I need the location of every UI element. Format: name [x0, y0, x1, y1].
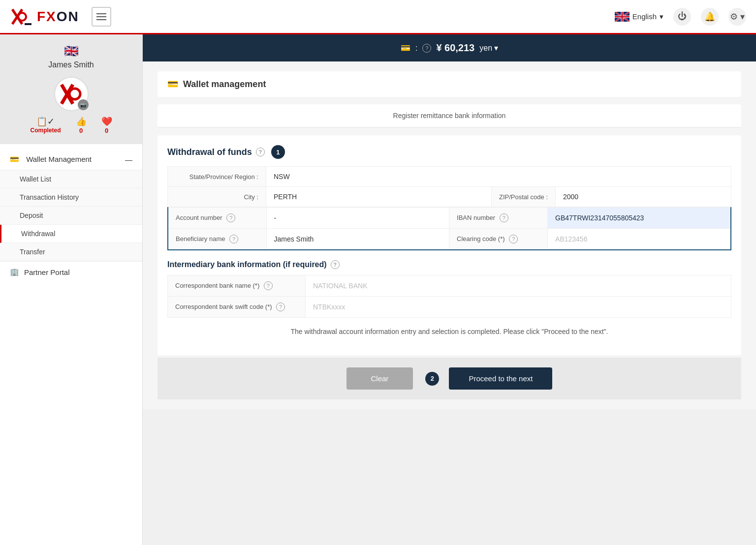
- camera-icon[interactable]: 📷: [78, 99, 89, 110]
- fxon-logo-icon: [10, 7, 32, 27]
- withdrawal-section: Withdrawal of funds ? 1 State/Province/ …: [158, 135, 741, 355]
- correspondent-bank-input[interactable]: [313, 282, 724, 290]
- withdrawal-help-icon[interactable]: ?: [256, 148, 265, 156]
- account-iban-row: Account number ? IBAN number ?: [168, 208, 731, 229]
- profile-stats: 📋✓ Completed 👍 0 ❤️ 0: [10, 116, 132, 134]
- city-input[interactable]: [274, 193, 484, 201]
- clearing-input[interactable]: [555, 235, 723, 243]
- sidebar-item-transaction-history[interactable]: Transaction History: [0, 188, 142, 207]
- sidebar-item-transfer[interactable]: Transfer: [0, 243, 142, 261]
- zip-label: ZIP/Postal code :: [492, 187, 556, 207]
- partner-portal-item[interactable]: 🏢 Partner Portal: [0, 261, 142, 282]
- clearing-value-cell: [548, 229, 731, 250]
- beneficiary-help-icon[interactable]: ?: [229, 235, 238, 243]
- intermediary-title: Intermediary bank information (if requir…: [167, 260, 731, 269]
- completed-icon: 📋✓: [30, 116, 61, 127]
- hamburger-line-1: [96, 13, 106, 14]
- intermediary-help-icon[interactable]: ?: [331, 260, 340, 269]
- hamburger-button[interactable]: [92, 7, 111, 27]
- zip-input[interactable]: [563, 193, 724, 201]
- balance-info: 💳 : ? ¥ 60,213 yen ▾: [401, 42, 498, 54]
- page-title-bar: 💳 Wallet management: [158, 71, 741, 97]
- profile-name: James Smith: [10, 61, 132, 69]
- wallet-management-header[interactable]: 💳 Wallet Management —: [0, 149, 142, 170]
- wallet-title-icon: 💳: [167, 79, 178, 90]
- iban-input[interactable]: [555, 214, 723, 222]
- correspondent-bank-help-icon[interactable]: ?: [264, 281, 273, 290]
- step2-badge: 2: [425, 372, 439, 386]
- account-help-icon[interactable]: ?: [226, 213, 235, 222]
- favorites-value: 0: [101, 127, 112, 134]
- clearing-label: Clearing code (*): [457, 235, 505, 242]
- location-form-table: State/Province/ Region : City : ZIP/Post…: [167, 166, 731, 207]
- withdrawal-title-text: Withdrawal of funds: [167, 147, 252, 157]
- wallet-sub-items: Wallet List Transaction History Deposit …: [0, 170, 142, 261]
- account-number-label-cell: Account number ?: [168, 208, 266, 229]
- favorites-stat: ❤️ 0: [101, 116, 112, 134]
- header-bar: 💳 : ? ¥ 60,213 yen ▾: [143, 34, 756, 61]
- beneficiary-label-cell: Beneficiary name ?: [168, 229, 266, 250]
- svg-point-16: [69, 89, 80, 99]
- iban-label: IBAN number: [457, 214, 495, 221]
- correspondent-swift-help-icon[interactable]: ?: [276, 303, 285, 311]
- beneficiary-value-cell: [266, 229, 449, 250]
- top-navigation: FXON English ▾ ⏻ 🔔 ⚙: [0, 0, 756, 34]
- wallet-balance-icon: 💳: [401, 43, 410, 53]
- content-area: 💳 Wallet management Register remittance …: [143, 61, 756, 409]
- sidebar-item-deposit[interactable]: Deposit: [0, 207, 142, 225]
- clear-button[interactable]: Clear: [346, 367, 413, 390]
- clearing-help-icon[interactable]: ?: [509, 235, 518, 243]
- language-selector[interactable]: English ▾: [615, 12, 663, 22]
- main-layout: 🇬🇧 James Smith 📷 📋✓ Completed 👍 0: [0, 34, 756, 545]
- account-number-label: Account number: [176, 214, 222, 221]
- wallet-management-label: Wallet Management: [26, 155, 92, 163]
- currency-selector[interactable]: yen ▾: [479, 43, 498, 53]
- step1-badge: 1: [271, 145, 285, 159]
- main-content: 💳 : ? ¥ 60,213 yen ▾ 💳 Wallet management…: [143, 34, 756, 545]
- hamburger-line-2: [96, 16, 106, 17]
- correspondent-swift-input[interactable]: [313, 303, 724, 311]
- intermediary-form-table: Correspondent bank name (*) ? Correspond…: [167, 275, 731, 318]
- action-bar: Clear 2 Proceed to the next: [158, 358, 741, 399]
- correspondent-swift-value-cell: [306, 297, 731, 318]
- proceed-button[interactable]: Proceed to the next: [449, 367, 552, 390]
- wallet-icon: 💳: [10, 155, 19, 163]
- settings-button[interactable]: ⚙ ▾: [728, 8, 746, 26]
- beneficiary-label: Beneficiary name: [176, 235, 225, 242]
- sidebar-item-withdrawal[interactable]: Withdrawal: [0, 225, 142, 243]
- state-input[interactable]: [274, 173, 724, 181]
- help-circle-icon: ?: [422, 44, 431, 53]
- heart-icon: ❤️: [101, 116, 112, 127]
- balance-amount: ¥ 60,213: [436, 42, 474, 54]
- account-number-value-cell: [266, 208, 449, 229]
- correspondent-swift-label-cell: Correspondent bank swift code (*) ?: [168, 297, 306, 318]
- iban-help-icon[interactable]: ?: [500, 213, 508, 222]
- likes-value: 0: [76, 127, 87, 134]
- sidebar-profile: 🇬🇧 James Smith 📷 📋✓ Completed 👍 0: [0, 34, 142, 144]
- power-button[interactable]: ⏻: [673, 8, 691, 26]
- currency-label: yen: [479, 44, 492, 53]
- partner-portal-label: Partner Portal: [24, 268, 70, 276]
- currency-chevron-icon: ▾: [494, 43, 498, 53]
- sidebar-item-wallet-list[interactable]: Wallet List: [0, 170, 142, 188]
- intermediary-title-text: Intermediary bank information (if requir…: [167, 260, 327, 269]
- completed-label: Completed: [30, 127, 61, 134]
- iban-value-cell: [548, 208, 731, 229]
- beneficiary-input[interactable]: [274, 235, 442, 243]
- correspondent-bank-value-cell: [306, 275, 731, 297]
- beneficiary-clearing-row: Beneficiary name ? Clearing code (*) ?: [168, 229, 731, 250]
- info-message: The withdrawal account information entry…: [167, 318, 731, 345]
- notifications-button[interactable]: 🔔: [701, 8, 719, 26]
- iban-label-cell: IBAN number ?: [449, 208, 548, 229]
- profile-flag: 🇬🇧: [10, 44, 132, 58]
- state-value-cell: [266, 167, 731, 187]
- correspondent-swift-row: Correspondent bank swift code (*) ?: [168, 297, 731, 318]
- city-value-cell: [266, 187, 492, 207]
- correspondent-bank-label-cell: Correspondent bank name (*) ?: [168, 275, 306, 297]
- sidebar-navigation: 💳 Wallet Management — Wallet List Transa…: [0, 144, 142, 287]
- separator: :: [415, 44, 417, 53]
- thumbs-up-icon: 👍: [76, 116, 87, 127]
- page-title: Wallet management: [183, 79, 266, 90]
- account-number-input[interactable]: [274, 214, 442, 222]
- completed-stat: 📋✓ Completed: [30, 116, 61, 134]
